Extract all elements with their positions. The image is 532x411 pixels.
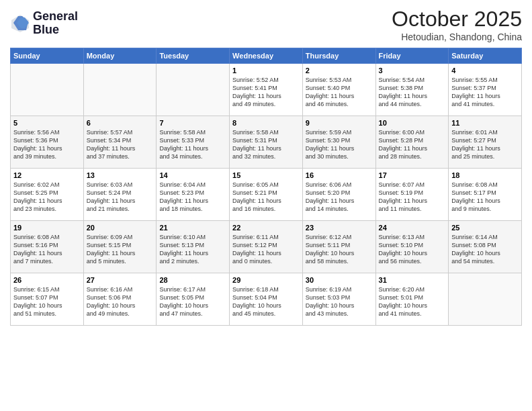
- day-info: Sunrise: 6:16 AM Sunset: 5:06 PM Dayligh…: [87, 285, 154, 318]
- day-number: 28: [159, 276, 226, 284]
- day-header-thursday: Thursday: [302, 48, 375, 64]
- day-cell: 24Sunrise: 6:13 AM Sunset: 5:10 PM Dayli…: [375, 221, 449, 273]
- day-info: Sunrise: 6:05 AM Sunset: 5:21 PM Dayligh…: [232, 181, 300, 214]
- day-number: 21: [159, 224, 226, 232]
- day-info: Sunrise: 5:59 AM Sunset: 5:30 PM Dayligh…: [306, 128, 373, 161]
- day-info: Sunrise: 6:02 AM Sunset: 5:25 PM Dayligh…: [13, 181, 81, 214]
- day-cell: 19Sunrise: 6:08 AM Sunset: 5:16 PM Dayli…: [11, 221, 84, 273]
- day-info: Sunrise: 5:57 AM Sunset: 5:34 PM Dayligh…: [87, 128, 154, 161]
- day-cell: 18Sunrise: 6:08 AM Sunset: 5:17 PM Dayli…: [449, 169, 522, 221]
- day-cell: 21Sunrise: 6:10 AM Sunset: 5:13 PM Dayli…: [157, 221, 230, 273]
- day-cell: 14Sunrise: 6:04 AM Sunset: 5:23 PM Dayli…: [157, 169, 230, 221]
- logo: General Blue: [10, 10, 78, 37]
- day-number: 2: [306, 66, 373, 75]
- day-cell: [83, 64, 157, 116]
- month-title: October 2025: [392, 7, 522, 32]
- day-info: Sunrise: 6:07 AM Sunset: 5:19 PM Dayligh…: [379, 181, 446, 214]
- day-number: 26: [13, 276, 81, 284]
- day-info: Sunrise: 6:09 AM Sunset: 5:15 PM Dayligh…: [87, 233, 154, 266]
- day-info: Sunrise: 6:11 AM Sunset: 5:12 PM Dayligh…: [232, 233, 300, 266]
- day-number: 18: [451, 171, 519, 179]
- day-number: 4: [451, 66, 519, 75]
- day-number: 16: [306, 171, 373, 179]
- logo-line2: Blue: [33, 23, 59, 36]
- day-info: Sunrise: 6:20 AM Sunset: 5:01 PM Dayligh…: [379, 285, 446, 318]
- day-info: Sunrise: 6:14 AM Sunset: 5:08 PM Dayligh…: [451, 233, 519, 266]
- day-number: 9: [306, 119, 373, 127]
- day-info: Sunrise: 6:13 AM Sunset: 5:10 PM Dayligh…: [379, 233, 446, 266]
- day-cell: 8Sunrise: 5:58 AM Sunset: 5:31 PM Daylig…: [230, 116, 303, 169]
- day-info: Sunrise: 5:56 AM Sunset: 5:36 PM Dayligh…: [13, 128, 81, 161]
- week-row-2: 5Sunrise: 5:56 AM Sunset: 5:36 PM Daylig…: [11, 116, 522, 169]
- header-row: SundayMondayTuesdayWednesdayThursdayFrid…: [11, 48, 522, 64]
- location-subtitle: Hetoudian, Shandong, China: [392, 32, 522, 42]
- header-area: General Blue October 2025 Hetoudian, Sha…: [10, 7, 522, 42]
- day-number: 27: [87, 276, 154, 284]
- day-cell: 28Sunrise: 6:17 AM Sunset: 5:05 PM Dayli…: [157, 273, 230, 326]
- day-cell: 15Sunrise: 6:05 AM Sunset: 5:21 PM Dayli…: [230, 169, 303, 221]
- day-number: 11: [451, 119, 519, 127]
- day-cell: 12Sunrise: 6:02 AM Sunset: 5:25 PM Dayli…: [11, 169, 84, 221]
- day-number: 24: [379, 224, 446, 232]
- day-number: 14: [159, 171, 226, 179]
- calendar-container: General Blue October 2025 Hetoudian, Sha…: [0, 0, 532, 332]
- day-header-saturday: Saturday: [449, 48, 522, 64]
- day-info: Sunrise: 6:18 AM Sunset: 5:04 PM Dayligh…: [232, 285, 300, 318]
- day-number: 23: [306, 224, 373, 232]
- day-cell: 27Sunrise: 6:16 AM Sunset: 5:06 PM Dayli…: [83, 273, 157, 326]
- day-info: Sunrise: 5:54 AM Sunset: 5:38 PM Dayligh…: [379, 76, 446, 109]
- week-row-5: 26Sunrise: 6:15 AM Sunset: 5:07 PM Dayli…: [11, 273, 522, 326]
- day-info: Sunrise: 6:03 AM Sunset: 5:24 PM Dayligh…: [87, 181, 154, 214]
- day-info: Sunrise: 5:52 AM Sunset: 5:41 PM Dayligh…: [232, 76, 300, 109]
- day-number: 15: [232, 171, 300, 179]
- day-cell: 4Sunrise: 5:55 AM Sunset: 5:37 PM Daylig…: [449, 64, 522, 116]
- day-info: Sunrise: 6:00 AM Sunset: 5:28 PM Dayligh…: [379, 128, 446, 161]
- day-info: Sunrise: 6:04 AM Sunset: 5:23 PM Dayligh…: [159, 181, 226, 214]
- day-cell: 10Sunrise: 6:00 AM Sunset: 5:28 PM Dayli…: [375, 116, 449, 169]
- day-cell: 13Sunrise: 6:03 AM Sunset: 5:24 PM Dayli…: [83, 169, 157, 221]
- day-cell: [449, 273, 522, 326]
- day-cell: 23Sunrise: 6:12 AM Sunset: 5:11 PM Dayli…: [302, 221, 375, 273]
- day-header-monday: Monday: [83, 48, 157, 64]
- day-info: Sunrise: 6:10 AM Sunset: 5:13 PM Dayligh…: [159, 233, 226, 266]
- day-cell: 6Sunrise: 5:57 AM Sunset: 5:34 PM Daylig…: [83, 116, 157, 169]
- day-cell: 20Sunrise: 6:09 AM Sunset: 5:15 PM Dayli…: [83, 221, 157, 273]
- calendar-table: SundayMondayTuesdayWednesdayThursdayFrid…: [10, 48, 522, 326]
- day-header-friday: Friday: [375, 48, 449, 64]
- logo-line1: General: [33, 9, 78, 23]
- day-info: Sunrise: 5:58 AM Sunset: 5:33 PM Dayligh…: [159, 128, 226, 161]
- day-number: 13: [87, 171, 154, 179]
- day-cell: 29Sunrise: 6:18 AM Sunset: 5:04 PM Dayli…: [230, 273, 303, 326]
- day-number: 22: [232, 224, 300, 232]
- day-cell: [11, 64, 84, 116]
- day-number: 30: [306, 276, 373, 284]
- day-number: 7: [159, 119, 226, 127]
- day-number: 20: [87, 224, 154, 232]
- day-info: Sunrise: 6:08 AM Sunset: 5:17 PM Dayligh…: [451, 181, 519, 214]
- day-info: Sunrise: 5:58 AM Sunset: 5:31 PM Dayligh…: [232, 128, 300, 161]
- day-info: Sunrise: 5:53 AM Sunset: 5:40 PM Dayligh…: [306, 76, 373, 109]
- day-cell: [157, 64, 230, 116]
- day-cell: 22Sunrise: 6:11 AM Sunset: 5:12 PM Dayli…: [230, 221, 303, 273]
- day-cell: 1Sunrise: 5:52 AM Sunset: 5:41 PM Daylig…: [230, 64, 303, 116]
- day-number: 3: [379, 66, 446, 75]
- day-cell: 31Sunrise: 6:20 AM Sunset: 5:01 PM Dayli…: [375, 273, 449, 326]
- day-number: 10: [379, 119, 446, 127]
- day-number: 5: [13, 119, 81, 127]
- week-row-3: 12Sunrise: 6:02 AM Sunset: 5:25 PM Dayli…: [11, 169, 522, 221]
- day-header-sunday: Sunday: [11, 48, 84, 64]
- title-area: October 2025 Hetoudian, Shandong, China: [392, 7, 522, 42]
- day-number: 25: [451, 224, 519, 232]
- day-info: Sunrise: 6:19 AM Sunset: 5:03 PM Dayligh…: [306, 285, 373, 318]
- day-header-wednesday: Wednesday: [230, 48, 303, 64]
- day-info: Sunrise: 6:01 AM Sunset: 5:27 PM Dayligh…: [451, 128, 519, 161]
- logo-icon: [10, 13, 30, 34]
- day-number: 12: [13, 171, 81, 179]
- week-row-4: 19Sunrise: 6:08 AM Sunset: 5:16 PM Dayli…: [11, 221, 522, 273]
- day-number: 1: [232, 66, 300, 75]
- day-info: Sunrise: 6:17 AM Sunset: 5:05 PM Dayligh…: [159, 285, 226, 318]
- day-cell: 30Sunrise: 6:19 AM Sunset: 5:03 PM Dayli…: [302, 273, 375, 326]
- day-info: Sunrise: 6:12 AM Sunset: 5:11 PM Dayligh…: [306, 233, 373, 266]
- day-info: Sunrise: 5:55 AM Sunset: 5:37 PM Dayligh…: [451, 76, 519, 109]
- day-number: 6: [87, 119, 154, 127]
